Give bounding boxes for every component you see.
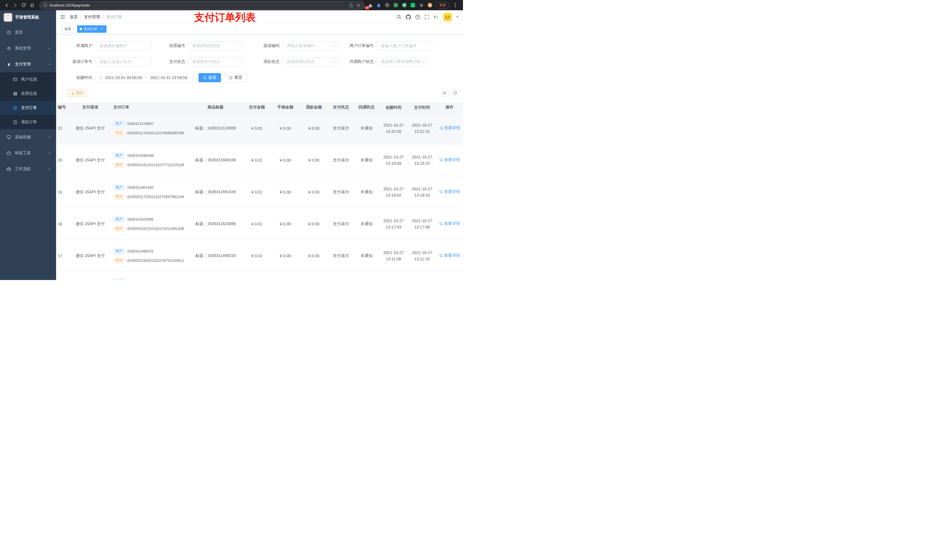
cell-refund: ¥ 0.00 xyxy=(300,254,328,258)
cell-paid: 2021-10-27 13:11:15 xyxy=(408,249,436,262)
browser-forward-icon[interactable] xyxy=(11,2,19,9)
browser-reload-icon[interactable] xyxy=(20,2,27,9)
browser-home-icon[interactable] xyxy=(29,2,36,9)
fullscreen-icon[interactable] xyxy=(425,15,429,20)
merchant-select-input[interactable] xyxy=(96,41,151,50)
notify-status-select[interactable]: 请选择订单回调商户状态 xyxy=(377,57,428,66)
filter-label-create-time: 创建时间 xyxy=(68,75,96,80)
sidebar-item-refund-order[interactable]: 退款订单 xyxy=(0,115,56,129)
created-date: 2021-10-27 xyxy=(379,218,408,224)
export-button[interactable]: 导出 xyxy=(67,89,87,97)
cell-refund: ¥ 0.00 xyxy=(300,190,328,194)
github-icon[interactable] xyxy=(406,15,411,20)
table-row: 21 微信 JSAPI 支付 商户 1635312124657 支付 42000… xyxy=(56,112,463,144)
cell-paid: 2021-10-27 13:19:15 xyxy=(408,154,436,166)
extension-pin-icon[interactable]: ● xyxy=(419,2,424,8)
merchant-badge: 商户 xyxy=(113,184,125,190)
app-logo[interactable]: 芋道管理系统 xyxy=(0,10,56,24)
cell-order: 商户 1635312124657 支付 42000011742021102780… xyxy=(109,121,189,136)
cell-refund: ¥ 0.00 xyxy=(300,158,328,163)
refund-status-select[interactable]: 请选择退款状态 xyxy=(283,57,338,66)
view-detail-link[interactable]: 查看详情 xyxy=(439,189,460,194)
extension-green-icon[interactable] xyxy=(393,2,399,8)
sidebar-item-system[interactable]: ⚙ 系统管理 xyxy=(0,41,56,56)
extension-chat-icon[interactable]: … xyxy=(410,2,416,8)
font-size-icon[interactable]: TT xyxy=(433,15,439,20)
refresh-icon xyxy=(229,76,233,80)
view-detail-link[interactable]: 查看详情 xyxy=(439,157,460,163)
cell-order: 商户 1635311823086 支付 42000011672021102710… xyxy=(109,216,189,232)
chevron-down-icon xyxy=(48,152,51,155)
search-button-label: 搜索 xyxy=(209,75,216,80)
tag-home[interactable]: 首页 xyxy=(62,25,74,33)
sidebar-item-pay-order[interactable]: 支付订单 xyxy=(0,101,56,115)
pay-status-select[interactable]: 请选择支付状态 xyxy=(189,57,245,66)
paid-time: 13:11:15 xyxy=(408,256,436,262)
chevron-down-icon xyxy=(48,168,51,171)
search-icon xyxy=(443,91,446,95)
breadcrumb-payment[interactable]: 支付管理 xyxy=(84,15,100,20)
header-channel: 支付渠道 xyxy=(72,105,109,110)
cell-title: 标题：1635311468233 xyxy=(189,253,243,258)
navbar-actions: ? TT xyxy=(396,13,458,21)
sidebar-toggle-icon[interactable] xyxy=(60,15,65,19)
extension-puzzle-icon[interactable]: 10 xyxy=(367,2,373,8)
address-bar[interactable]: localhost:1024/pay/order xyxy=(40,2,364,9)
tag-close-icon[interactable]: × xyxy=(100,27,104,31)
browser-back-icon[interactable] xyxy=(3,2,10,9)
refresh-table-button[interactable] xyxy=(451,89,459,97)
sidebar-item-workflow[interactable]: 工作流程 xyxy=(0,161,56,177)
share-icon[interactable] xyxy=(349,3,353,8)
bookmark-star-icon[interactable] xyxy=(356,3,360,8)
merchant-order-no-input[interactable] xyxy=(377,41,432,50)
extension-vue-icon[interactable]: V xyxy=(401,2,407,8)
sidebar-item-payment[interactable]: ¥ 支付管理 xyxy=(0,56,56,72)
channel-code-select[interactable]: 请输入渠道编码 xyxy=(283,41,338,50)
sidebar-item-app-info[interactable]: 应用信息 xyxy=(0,86,56,101)
sidebar-item-merchant-info[interactable]: 商户信息 xyxy=(0,72,56,86)
created-date: 2021-10-27 xyxy=(379,122,408,128)
grid-icon xyxy=(12,92,18,96)
channel-order-no-input[interactable] xyxy=(96,57,151,66)
merchant-order-no: 1635312124657 xyxy=(127,122,154,126)
filter-form: 所属商户 应用编号 请选择应用信息 渠道编码 xyxy=(56,41,463,82)
avatar-caret-icon[interactable] xyxy=(456,16,458,18)
help-icon[interactable]: ? xyxy=(415,15,420,20)
view-detail-link[interactable]: 查看详情 xyxy=(439,221,460,226)
search-icon xyxy=(439,190,443,194)
table-row: 20 微信 JSAPI 支付 商户 1635311949168 支付 42000… xyxy=(56,144,463,176)
view-detail-link[interactable]: 查看详情 xyxy=(439,253,460,258)
cell-fee: ¥ 0.00 xyxy=(271,158,300,163)
breadcrumb-home[interactable]: 首页 xyxy=(70,15,78,20)
browser-menu-icon[interactable] xyxy=(452,2,459,9)
header-search-icon[interactable] xyxy=(396,15,401,20)
extension-grey-icon[interactable] xyxy=(384,2,390,8)
reset-button[interactable]: 重置 xyxy=(224,73,247,82)
toolbox-icon xyxy=(6,151,11,155)
toggle-search-button[interactable] xyxy=(441,89,449,97)
avatar[interactable] xyxy=(443,13,452,21)
cell-status: 支付成功 xyxy=(328,126,354,131)
briefcase-icon xyxy=(6,167,11,171)
search-button[interactable]: 搜索 xyxy=(198,73,221,82)
tag-pay-order[interactable]: 支付订单 × xyxy=(77,25,106,33)
sidebar-item-home[interactable]: 首页 xyxy=(0,24,56,41)
extension-drop-icon[interactable] xyxy=(376,2,381,8)
extension-face-icon[interactable]: ᴥ xyxy=(427,2,433,8)
sidebar-item-infrastructure[interactable]: 基础设施 xyxy=(0,129,56,145)
cell-notify: 未通知 xyxy=(354,158,379,163)
cell-order: 商户 1635311157836 xyxy=(109,279,189,280)
view-detail-link[interactable]: 查看详情 xyxy=(439,125,460,131)
sidebar-item-devtools[interactable]: 研发工具 xyxy=(0,145,56,161)
select-placeholder: 请选择退款状态 xyxy=(286,59,332,64)
merchant-order-no: 1635311881440 xyxy=(127,185,153,190)
cell-id: 20 xyxy=(56,158,72,163)
tags-view: 首页 支付订单 × xyxy=(56,24,463,35)
site-info-icon[interactable] xyxy=(43,3,47,7)
app-select[interactable]: 请选择应用信息 xyxy=(189,41,245,50)
create-time-range-picker[interactable]: 2021-10-01 00:00:00 - 2021-10-31 23:59:5… xyxy=(96,73,193,82)
date-separator: - xyxy=(144,75,148,80)
filter-label-channel-code: 渠道编码 xyxy=(252,43,283,48)
pay-order-no: 4200001167202110271022491439 xyxy=(127,226,184,231)
browser-update-button[interactable]: 更新 xyxy=(436,2,449,9)
